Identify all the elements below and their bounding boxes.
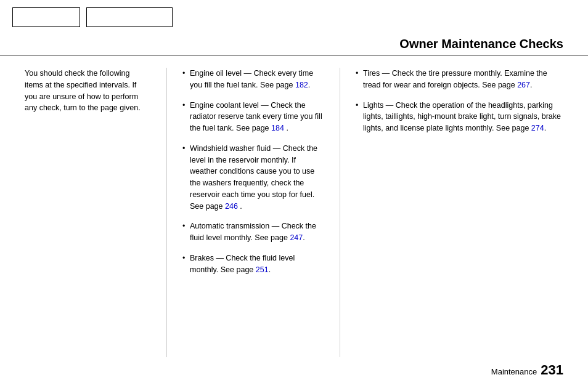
footer-label: Maintenance xyxy=(491,367,537,376)
coolant-text: Engine coolant level — Check the radiato… xyxy=(190,101,322,133)
footer-page-number: 231 xyxy=(541,362,563,378)
lights-period: . xyxy=(544,124,546,132)
left-divider xyxy=(166,68,167,357)
tires-link[interactable]: 267 xyxy=(517,81,530,89)
page-footer: Maintenance 231 xyxy=(491,362,563,378)
page-title: Owner Maintenance Checks xyxy=(399,37,563,51)
list-item: Brakes — Check the fluid level monthly. … xyxy=(182,253,324,276)
list-item: Lights — Check the operation of the head… xyxy=(356,100,563,134)
oil-level-link[interactable]: 182 xyxy=(295,81,308,89)
right-bullet-list: Tires — Check the tire pressure monthly.… xyxy=(356,68,563,134)
washer-text: Windshield washer fluid — Check the leve… xyxy=(190,144,317,211)
washer-period: . xyxy=(238,202,242,211)
tires-period: . xyxy=(530,81,532,89)
page-container: Owner Maintenance Checks You should chec… xyxy=(0,0,588,388)
oil-level-period: . xyxy=(308,81,310,89)
list-item: Engine oil level — Check every time you … xyxy=(182,68,324,91)
content-area: You should check the following items at … xyxy=(0,55,588,363)
nav-box-2[interactable] xyxy=(86,7,173,27)
lights-link[interactable]: 274 xyxy=(531,124,544,132)
list-item: Windshield washer fluid — Check the leve… xyxy=(182,143,324,212)
list-item: Engine coolant level — Check the radiato… xyxy=(182,100,324,134)
nav-box-1[interactable] xyxy=(12,7,80,27)
middle-bullet-list: Engine oil level — Check every time you … xyxy=(182,68,324,275)
left-column: You should check the following items at … xyxy=(25,68,160,357)
middle-column: Engine oil level — Check every time you … xyxy=(173,68,333,357)
transmission-period: . xyxy=(303,233,304,242)
right-column: Tires — Check the tire pressure monthly.… xyxy=(346,68,563,357)
washer-link[interactable]: 246 xyxy=(225,202,238,211)
brakes-period: . xyxy=(269,265,271,274)
top-nav xyxy=(0,0,588,32)
title-section: Owner Maintenance Checks xyxy=(0,32,588,55)
list-item: Automatic transmission — Check the fluid… xyxy=(182,220,324,244)
coolant-link[interactable]: 184 xyxy=(271,124,284,132)
right-divider xyxy=(340,68,340,357)
brakes-text: Brakes — Check the fluid level monthly. … xyxy=(190,254,295,274)
intro-text: You should check the following items at … xyxy=(25,68,148,114)
brakes-link[interactable]: 251 xyxy=(256,265,269,274)
transmission-link[interactable]: 247 xyxy=(290,233,303,242)
coolant-period: . xyxy=(284,124,288,132)
list-item: Tires — Check the tire pressure monthly.… xyxy=(356,68,563,91)
